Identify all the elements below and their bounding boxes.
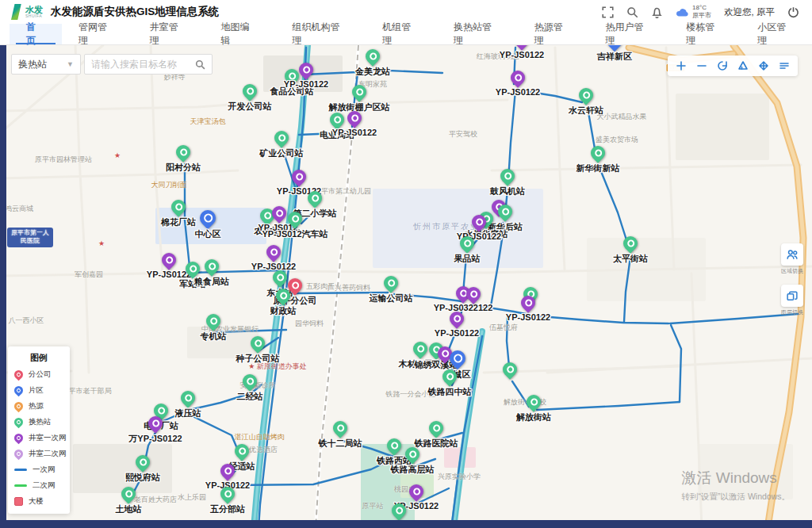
search-icon[interactable]	[195, 59, 205, 70]
logo-text-en: SHUIFA	[25, 14, 43, 18]
page-title: 水发能源盾安供热GIS地理信息系统	[51, 5, 219, 19]
legend-item-二次网: 二次网	[14, 480, 63, 491]
region-switch-button[interactable]: 区域切换	[779, 243, 806, 275]
tab-管网管理[interactable]: 管网管理	[62, 24, 133, 44]
reset-button[interactable]	[714, 57, 731, 75]
cloud-icon	[676, 7, 689, 17]
legend-line-swatch	[14, 469, 27, 471]
legend-title: 图例	[14, 352, 63, 364]
main-nav: 首页管网管理井室管理地图编辑组织机构管理机组管理换热站管理热源管理热用户管理楼栋…	[0, 24, 812, 45]
legend-item-换热站: 换热站	[14, 417, 63, 427]
legend-panel: 图例 分公司片区热源换热站井室一次网井室二次网一次网二次网大楼	[8, 346, 70, 514]
map-tool-bar	[668, 55, 798, 76]
legend-item-一次网: 一次网	[14, 465, 63, 475]
zoom-in-button[interactable]	[672, 57, 690, 75]
legend-item-井室一次网: 井室一次网	[14, 433, 63, 443]
legend-item-分公司: 分公司	[14, 369, 63, 380]
measure-button[interactable]	[734, 57, 752, 75]
measure-icon	[737, 60, 749, 71]
legend-item-热源: 热源	[14, 401, 63, 411]
pan-button[interactable]	[755, 57, 772, 75]
tab-首页[interactable]: 首页	[10, 24, 62, 44]
app-logo: 水发 SHUIFA	[11, 4, 43, 20]
weather-widget[interactable]: 18°C 原平市	[676, 4, 711, 20]
legend-pin-icon	[13, 448, 25, 461]
legend-square-swatch	[14, 497, 23, 506]
legend-item-大楼: 大楼	[14, 496, 63, 507]
legend-pin-icon	[13, 400, 25, 413]
weather-temp: 18°C	[692, 4, 711, 12]
legend-pin-icon	[13, 385, 25, 397]
map-canvas[interactable]: 原平市实验中学妙祥寺天津宝汤包原平市园林管理站大同刀削面原平市第二幼儿园忻州市原…	[0, 45, 812, 528]
region-switch-icon	[786, 248, 799, 261]
map-edge-bottom	[0, 520, 812, 528]
tab-热用户管理[interactable]: 热用户管理	[589, 24, 670, 44]
pan-icon	[758, 60, 769, 71]
tab-热源管理[interactable]: 热源管理	[518, 24, 589, 44]
bell-icon[interactable]	[651, 6, 663, 18]
tab-换热站管理[interactable]: 换热站管理	[437, 24, 518, 44]
legend-pin-icon	[13, 432, 25, 445]
weather-city: 原平市	[692, 12, 711, 20]
chevron-down-icon: ▼	[67, 60, 74, 68]
layer-list-button[interactable]	[776, 57, 793, 75]
layer-switch-button[interactable]: 图层切换	[779, 285, 806, 316]
map-side-tools: 区域切换图层切换	[779, 243, 806, 316]
tab-组织机构管理[interactable]: 组织机构管理	[275, 24, 366, 44]
zoom-in-icon	[676, 60, 687, 71]
layer-switch-icon	[786, 289, 799, 302]
tab-机组管理[interactable]: 机组管理	[366, 24, 437, 44]
legend-item-井室二次网: 井室二次网	[14, 449, 63, 459]
zoom-out-button[interactable]	[693, 57, 710, 75]
legend-item-片区: 片区	[14, 385, 63, 396]
logo-icon	[11, 4, 23, 20]
tab-楼栋管理[interactable]: 楼栋管理	[669, 24, 741, 44]
legend-pin-icon	[13, 369, 25, 381]
search-type-value: 换热站	[18, 58, 47, 71]
tab-地图编辑[interactable]: 地图编辑	[205, 24, 276, 44]
map-edge-left	[0, 45, 6, 528]
search-type-select[interactable]: 换热站 ▼	[11, 54, 81, 75]
search-box	[84, 54, 213, 75]
search-input[interactable]	[91, 59, 195, 70]
zoom-out-icon	[696, 60, 707, 71]
reset-icon	[717, 60, 728, 71]
legend-line-swatch	[14, 484, 27, 487]
logout-icon[interactable]	[787, 6, 799, 18]
fullscreen-icon[interactable]	[602, 6, 614, 18]
legend-pin-icon	[13, 416, 25, 429]
welcome-text: 欢迎您, 原平	[724, 6, 775, 18]
search-icon[interactable]	[626, 6, 638, 18]
tab-井室管理[interactable]: 井室管理	[133, 24, 205, 44]
layer-list-icon	[779, 60, 790, 71]
tab-小区管理[interactable]: 小区管理	[741, 24, 812, 44]
map-search-bar: 换热站 ▼	[11, 54, 213, 75]
